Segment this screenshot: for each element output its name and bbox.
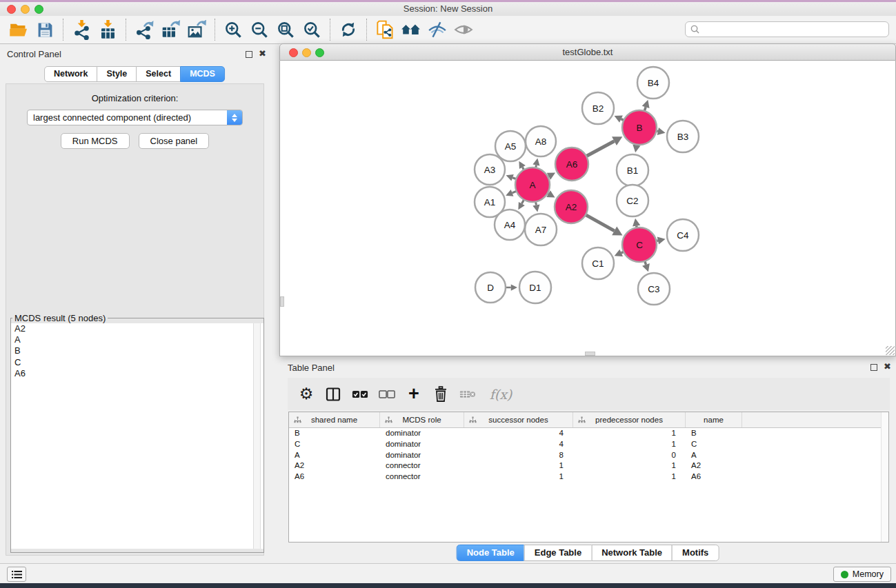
control-panel-close-icon[interactable]: ✖ bbox=[259, 48, 266, 59]
tab-style[interactable]: Style bbox=[97, 66, 137, 82]
mcds-result-list[interactable]: A2ABCA6 bbox=[11, 323, 263, 549]
maximize-window-button[interactable] bbox=[34, 5, 43, 14]
node-table[interactable]: shared nameMCDS rolesuccessor nodesprede… bbox=[288, 412, 889, 543]
table-cell[interactable]: 1 bbox=[573, 428, 686, 439]
show-eye-icon[interactable] bbox=[450, 18, 477, 41]
clear-selection-icon[interactable] bbox=[379, 385, 395, 403]
trash-icon[interactable] bbox=[432, 385, 449, 403]
clone-network-icon[interactable] bbox=[372, 18, 398, 41]
mcds-result-item[interactable]: C bbox=[11, 357, 263, 368]
mcds-result-item[interactable]: A2 bbox=[11, 323, 263, 334]
import-table-icon[interactable] bbox=[94, 18, 121, 41]
resize-grip[interactable] bbox=[886, 346, 895, 355]
table-panel-float-icon[interactable] bbox=[870, 364, 877, 371]
column-header-name[interactable]: name bbox=[686, 412, 742, 427]
table-cell[interactable]: A6 bbox=[686, 472, 742, 483]
table-scrollbar[interactable] bbox=[881, 412, 888, 542]
mcds-result-item[interactable]: A6 bbox=[11, 368, 263, 379]
minimize-window-button[interactable] bbox=[21, 5, 30, 14]
network-minimize-button[interactable] bbox=[302, 48, 311, 57]
search-box[interactable] bbox=[685, 21, 889, 37]
table-cell[interactable]: B bbox=[686, 428, 742, 439]
save-session-icon[interactable] bbox=[32, 18, 58, 41]
canvas-horizontal-scrollbar[interactable] bbox=[585, 352, 595, 356]
table-cell[interactable]: A2 bbox=[686, 460, 742, 472]
table-cell[interactable]: 4 bbox=[464, 428, 573, 439]
table-cell[interactable]: 1 bbox=[573, 439, 686, 450]
task-history-button[interactable] bbox=[7, 567, 26, 582]
canvas-vertical-scrollbar[interactable] bbox=[280, 296, 284, 307]
tab-motifs[interactable]: Motifs bbox=[672, 545, 719, 561]
tab-mcds[interactable]: MCDS bbox=[180, 66, 225, 82]
table-cell[interactable]: dominator bbox=[380, 439, 464, 450]
table-cell[interactable]: A6 bbox=[289, 472, 380, 483]
network-canvas[interactable]: B4B2BB3B1A5A8A6A3AA1A2C2A4A7C4CC1C3DD1 bbox=[279, 61, 896, 356]
mcds-result-item[interactable]: B bbox=[11, 345, 263, 356]
table-row[interactable]: A2connector11A2 bbox=[289, 460, 888, 472]
result-scrollbar[interactable] bbox=[253, 323, 261, 549]
tab-select[interactable]: Select bbox=[136, 66, 181, 82]
table-cell[interactable]: C bbox=[289, 439, 380, 450]
search-input[interactable] bbox=[703, 25, 888, 34]
table-row[interactable]: Bdominator41B bbox=[289, 428, 888, 439]
table-cell[interactable]: 1 bbox=[464, 472, 573, 483]
table-row[interactable]: Adominator80A bbox=[289, 450, 888, 461]
table-panel-close-icon[interactable]: ✖ bbox=[884, 361, 891, 372]
graph-edge-A2-C[interactable] bbox=[585, 214, 615, 231]
export-network-icon[interactable] bbox=[131, 18, 157, 41]
home-layout-icon[interactable] bbox=[398, 18, 424, 41]
table-cell[interactable]: 1 bbox=[464, 460, 573, 472]
dropdown-stepper-icon[interactable] bbox=[227, 110, 242, 125]
refresh-icon[interactable] bbox=[335, 18, 361, 41]
table-cell[interactable]: 0 bbox=[573, 450, 686, 461]
zoom-in-icon[interactable] bbox=[220, 18, 246, 41]
table-cell[interactable]: A bbox=[686, 450, 742, 461]
table-cell[interactable]: 4 bbox=[464, 439, 573, 450]
select-all-icon[interactable] bbox=[352, 385, 368, 403]
hide-eye-icon[interactable] bbox=[424, 18, 450, 41]
tab-network[interactable]: Network bbox=[44, 66, 97, 82]
table-row[interactable]: A6connector11A6 bbox=[289, 472, 888, 483]
column-header-predecessor-nodes[interactable]: predecessor nodes bbox=[573, 412, 686, 427]
table-cell[interactable]: connector bbox=[380, 472, 464, 483]
table-cell[interactable]: C bbox=[686, 439, 742, 450]
export-image-icon[interactable] bbox=[183, 18, 210, 41]
gear-icon[interactable]: ⚙ bbox=[298, 385, 315, 403]
table-cell[interactable]: A bbox=[289, 450, 380, 461]
tab-edge-table[interactable]: Edge Table bbox=[524, 545, 592, 561]
table-cell[interactable]: B bbox=[289, 428, 380, 439]
import-network-icon[interactable] bbox=[68, 18, 94, 41]
delete-table-icon[interactable] bbox=[459, 385, 476, 403]
column-header-successor-nodes[interactable]: successor nodes bbox=[464, 412, 573, 427]
zoom-fit-icon[interactable] bbox=[272, 18, 299, 41]
network-close-button[interactable] bbox=[289, 48, 298, 57]
table-cell[interactable]: A2 bbox=[289, 460, 380, 472]
close-window-button[interactable] bbox=[7, 5, 16, 14]
table-cell[interactable]: 1 bbox=[573, 460, 686, 472]
table-row[interactable]: Cdominator41C bbox=[289, 439, 888, 450]
mcds-result-item[interactable]: A bbox=[11, 334, 263, 345]
close-panel-button[interactable]: Close panel bbox=[139, 133, 210, 149]
export-table-icon[interactable] bbox=[157, 18, 183, 41]
table-cell[interactable]: connector bbox=[380, 460, 464, 472]
column-view-icon[interactable] bbox=[325, 385, 341, 403]
add-column-icon[interactable]: + bbox=[406, 385, 422, 403]
network-maximize-button[interactable] bbox=[315, 48, 324, 57]
tab-network-table[interactable]: Network Table bbox=[591, 545, 673, 561]
table-cell[interactable]: dominator bbox=[380, 450, 464, 461]
run-mcds-button[interactable]: Run MCDS bbox=[61, 133, 130, 149]
table-cell[interactable]: 8 bbox=[464, 450, 573, 461]
column-header-shared-name[interactable]: shared name bbox=[289, 412, 380, 427]
function-builder-icon[interactable]: f(x) bbox=[486, 385, 515, 403]
table-cell[interactable]: 1 bbox=[573, 472, 686, 483]
memory-button[interactable]: Memory bbox=[833, 567, 891, 582]
tab-node-table[interactable]: Node Table bbox=[457, 545, 525, 561]
criterion-dropdown[interactable]: largest connected component (directed) bbox=[27, 110, 243, 125]
table-cell[interactable]: dominator bbox=[380, 428, 464, 439]
graph-edge-A6-B[interactable] bbox=[586, 141, 614, 156]
open-session-icon[interactable] bbox=[6, 18, 32, 41]
zoom-out-icon[interactable] bbox=[246, 18, 272, 41]
network-window-titlebar[interactable]: testGlobe.txt bbox=[279, 43, 896, 61]
control-panel-float-icon[interactable] bbox=[246, 51, 252, 58]
zoom-selected-icon[interactable] bbox=[299, 18, 325, 41]
